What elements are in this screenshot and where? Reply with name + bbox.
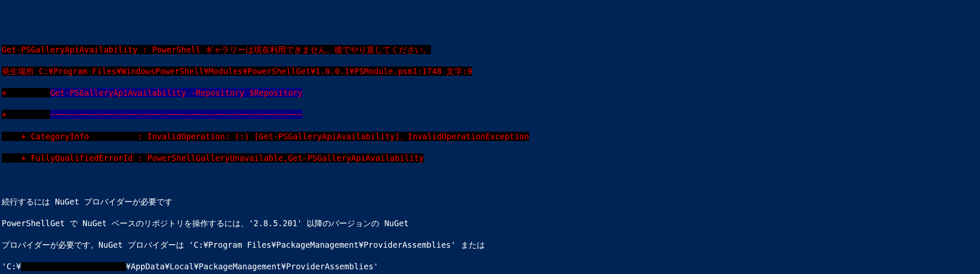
error-underline: ~~~~~~~~~~~~~~~~~~~~~~~~~~~~~~~~~~~~~~~~… [50,110,302,119]
error-underline-prefix: + [2,110,50,119]
error-qualified-id: + FullyQualifiedErrorId : PowerShellGall… [2,153,424,163]
error-code-prefix: + [2,88,50,97]
error-category-info: + CategoryInfo : InvalidOperation: (:) [… [2,132,529,141]
nuget-title: 続行するには NuGet プロバイダーが必要です [2,197,978,208]
path-prefix: 'C:¥ [2,262,21,271]
error-code-command: Get-PSGalleryApiAvailability -Repository… [50,88,302,97]
path-suffix: ¥AppData¥Local¥PackageManagement¥Provide… [126,262,378,271]
error-message-line1: Get-PSGalleryApiAvailability : PowerShel… [2,45,431,54]
error-location: 発生場所 C:¥Program Files¥WindowsPowerShell¥… [2,66,472,76]
nuget-info-line1: PowerShellGet で NuGet ベースのリポジトリを操作するには、'… [2,218,978,229]
nuget-info-line2: プロバイダーが必要です。NuGet プロバイダーは 'C:¥Program Fi… [2,240,978,251]
nuget-info-line3: 'C:¥¥AppData¥Local¥PackageManagement¥Pro… [2,261,978,272]
redacted-username [21,262,126,271]
